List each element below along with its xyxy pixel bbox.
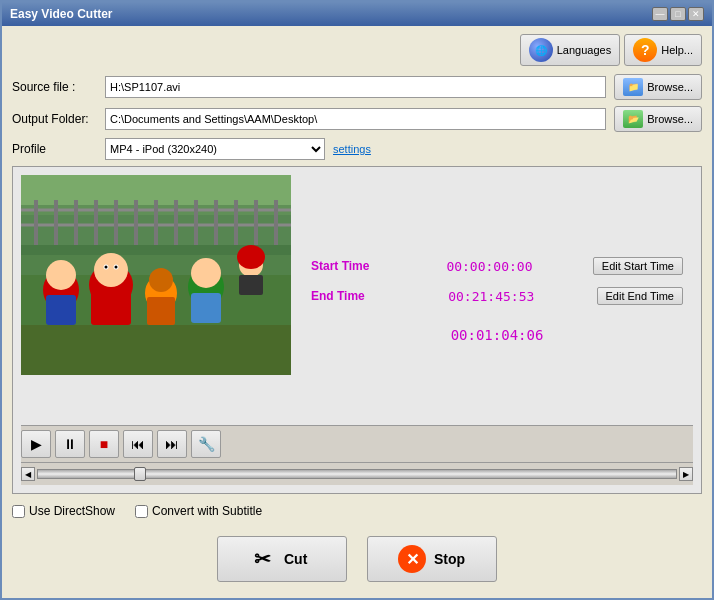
source-file-row: Source file : 📁 Browse...	[12, 74, 702, 100]
play-button[interactable]: ▶	[21, 430, 51, 458]
svg-point-30	[191, 258, 221, 288]
play-icon: ▶	[31, 436, 42, 452]
close-button[interactable]: ✕	[688, 7, 704, 21]
end-time-value: 00:21:45:53	[441, 289, 541, 304]
output-label: Output Folder:	[12, 112, 97, 126]
window-title: Easy Video Cutter	[10, 7, 112, 21]
stop-button[interactable]: ■	[89, 430, 119, 458]
stop-icon: ■	[100, 436, 108, 452]
cut-button[interactable]: ✂ Cut	[217, 536, 347, 582]
main-panel: Start Time 00:00:00:00 Edit Start Time E…	[12, 166, 702, 494]
end-time-label: End Time	[311, 289, 386, 303]
start-time-row: Start Time 00:00:00:00 Edit Start Time	[311, 257, 683, 275]
seek-slider-thumb[interactable]	[134, 467, 146, 481]
clear-button[interactable]: 🔧	[191, 430, 221, 458]
edit-start-time-button[interactable]: Edit Start Time	[593, 257, 683, 275]
output-browse-button[interactable]: 📂 Browse...	[614, 106, 702, 132]
pause-button[interactable]: ⏸	[55, 430, 85, 458]
subtitle-checkbox-label[interactable]: Convert with Subtitle	[135, 504, 262, 518]
start-time-value: 00:00:00:00	[439, 259, 539, 274]
prev-frame-button[interactable]: ⏮	[123, 430, 153, 458]
clear-icon: 🔧	[198, 436, 215, 452]
svg-rect-22	[46, 295, 76, 325]
source-input[interactable]	[105, 76, 606, 98]
output-folder-row: Output Folder: 📂 Browse...	[12, 106, 702, 132]
directshow-checkbox[interactable]	[12, 505, 25, 518]
directshow-label: Use DirectShow	[29, 504, 115, 518]
seek-slider-area: ◀ ▶	[21, 462, 693, 485]
profile-row: Profile MP4 - iPod (320x240) settings	[12, 138, 702, 160]
media-area: Start Time 00:00:00:00 Edit Start Time E…	[21, 175, 693, 425]
pause-icon: ⏸	[63, 436, 77, 452]
globe-icon: 🌐	[529, 38, 553, 62]
minimize-button[interactable]: —	[652, 7, 668, 21]
slider-left-arrow[interactable]: ◀	[21, 467, 35, 481]
prev-icon: ⏮	[131, 436, 145, 452]
main-window: Easy Video Cutter — □ ✕ 🌐 Languages ? He…	[0, 0, 714, 600]
stop-label: Stop	[434, 551, 465, 567]
svg-rect-34	[239, 275, 263, 295]
svg-rect-19	[21, 325, 291, 375]
video-frame	[21, 175, 291, 375]
checkbox-row: Use DirectShow Convert with Subtitle	[12, 500, 702, 522]
maximize-button[interactable]: □	[670, 7, 686, 21]
directshow-checkbox-label[interactable]: Use DirectShow	[12, 504, 115, 518]
stop-x-icon: ✕	[398, 545, 426, 573]
info-panel: Start Time 00:00:00:00 Edit Start Time E…	[301, 175, 693, 425]
svg-rect-25	[91, 290, 131, 325]
title-bar: Easy Video Cutter — □ ✕	[2, 2, 712, 26]
bottom-buttons: ✂ Cut ✕ Stop	[12, 528, 702, 590]
current-time-display: 00:01:04:06	[311, 327, 683, 343]
scissors-icon: ✂	[248, 545, 276, 573]
profile-select[interactable]: MP4 - iPod (320x240)	[105, 138, 325, 160]
svg-rect-28	[147, 297, 175, 325]
source-label: Source file :	[12, 80, 97, 94]
browse-blue-icon: 📁	[623, 78, 643, 96]
stop-action-button[interactable]: ✕ Stop	[367, 536, 497, 582]
subtitle-checkbox[interactable]	[135, 505, 148, 518]
help-button[interactable]: ? Help...	[624, 34, 702, 66]
source-browse-button[interactable]: 📁 Browse...	[614, 74, 702, 100]
output-input[interactable]	[105, 108, 606, 130]
languages-button[interactable]: 🌐 Languages	[520, 34, 620, 66]
top-toolbar: 🌐 Languages ? Help...	[12, 34, 702, 66]
browse-green-icon: 📂	[623, 110, 643, 128]
seek-slider-track[interactable]	[37, 469, 677, 479]
edit-end-time-button[interactable]: Edit End Time	[597, 287, 683, 305]
cut-label: Cut	[284, 551, 307, 567]
player-controls: ▶ ⏸ ■ ⏮ ⏭ 🔧	[21, 425, 693, 462]
window-controls: — □ ✕	[652, 7, 704, 21]
svg-point-37	[105, 266, 108, 269]
next-icon: ⏭	[165, 436, 179, 452]
slider-right-arrow[interactable]: ▶	[679, 467, 693, 481]
profile-label: Profile	[12, 142, 97, 156]
subtitle-label: Convert with Subtitle	[152, 504, 262, 518]
end-time-row: End Time 00:21:45:53 Edit End Time	[311, 287, 683, 305]
svg-point-27	[149, 268, 173, 292]
video-preview	[21, 175, 291, 375]
next-frame-button[interactable]: ⏭	[157, 430, 187, 458]
svg-rect-31	[191, 293, 221, 323]
help-icon: ?	[633, 38, 657, 62]
svg-point-33	[237, 245, 265, 269]
settings-link[interactable]: settings	[333, 143, 371, 155]
svg-point-24	[94, 253, 128, 287]
svg-point-38	[115, 266, 118, 269]
start-time-label: Start Time	[311, 259, 386, 273]
content-area: 🌐 Languages ? Help... Source file : 📁 Br…	[2, 26, 712, 598]
svg-point-21	[46, 260, 76, 290]
